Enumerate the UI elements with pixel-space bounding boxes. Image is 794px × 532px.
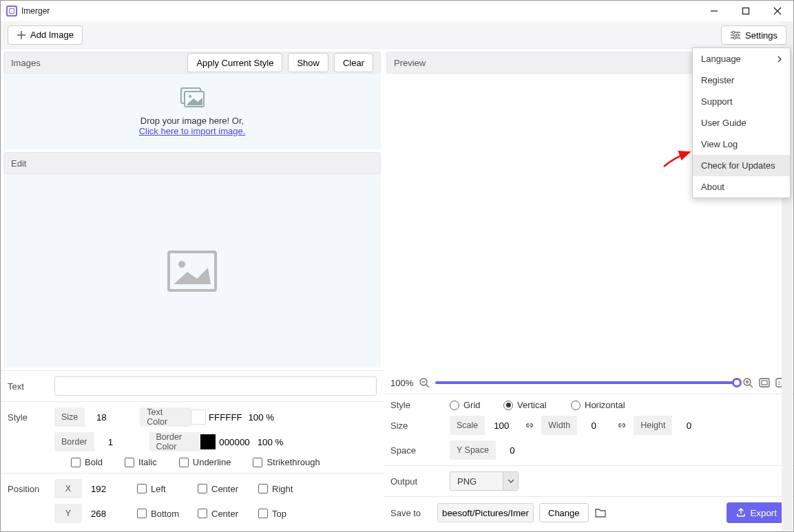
export-button[interactable]: Export <box>727 502 786 523</box>
save-row: Save to Change Export <box>384 496 793 531</box>
settings-menu: Language Register Support User Guide Vie… <box>692 47 791 198</box>
svg-rect-24 <box>760 379 769 387</box>
output-format-select[interactable]: PNG <box>450 471 519 491</box>
grid-radio[interactable]: Grid <box>450 400 498 410</box>
output-format-value: PNG <box>450 476 503 487</box>
border-label: Border <box>54 432 94 451</box>
height-label: Height <box>634 416 672 435</box>
menu-about[interactable]: About <box>693 176 790 198</box>
save-to-label: Save to <box>390 508 432 518</box>
settings-label: Settings <box>745 30 777 41</box>
style-row-2: Border Border Color <box>1 432 384 457</box>
x-input[interactable] <box>82 479 115 498</box>
width-input[interactable] <box>577 416 610 435</box>
style-label: Style <box>8 412 49 423</box>
link-icon-2[interactable] <box>616 419 628 432</box>
text-color-label: Text Color <box>140 407 191 427</box>
border-color-label: Border Color <box>149 432 200 451</box>
images-header: Images Apply Current Style Show Clear <box>3 52 381 74</box>
zoom-slider-handle[interactable] <box>732 378 742 387</box>
window-controls <box>698 1 793 21</box>
text-color-hex[interactable] <box>206 407 244 427</box>
edit-header: Edit <box>3 152 381 174</box>
style-row-3: Bold Italic Underline Strikethrough <box>1 457 384 473</box>
align-center-y-checkbox[interactable]: Center <box>198 509 253 519</box>
app-icon <box>6 6 17 17</box>
zoom-slider[interactable] <box>435 381 737 384</box>
border-color-swatch[interactable] <box>200 434 216 449</box>
align-left-checkbox[interactable]: Left <box>137 484 192 494</box>
svg-point-9 <box>736 34 739 36</box>
dropzone[interactable]: Drop your image here! Or, Click here to … <box>3 74 381 149</box>
toolbar: Add Image <box>1 21 793 49</box>
y-input[interactable] <box>82 504 115 523</box>
align-top-checkbox[interactable]: Top <box>258 509 313 519</box>
menu-check-updates[interactable]: Check for Updates <box>693 155 790 176</box>
underline-checkbox[interactable]: Underline <box>179 457 231 467</box>
align-right-checkbox[interactable]: Right <box>258 484 313 494</box>
settings-button[interactable]: Settings <box>721 25 786 45</box>
left-column: Images Apply Current Style Show Clear Dr… <box>1 49 384 531</box>
svg-line-18 <box>426 385 429 387</box>
zoom-out-icon[interactable] <box>419 377 430 388</box>
preview-size-label: Size <box>390 421 432 431</box>
preview-style-row: Style Grid Vertical Horizontal <box>384 394 793 416</box>
italic-checkbox[interactable]: Italic <box>125 457 157 467</box>
scale-label: Scale <box>450 416 485 435</box>
sliders-icon <box>730 30 741 40</box>
menu-register[interactable]: Register <box>693 70 790 91</box>
position-label: Position <box>8 484 49 494</box>
text-color-opacity[interactable] <box>244 407 278 427</box>
clear-button[interactable]: Clear <box>334 53 373 72</box>
border-color-opacity[interactable] <box>254 432 287 451</box>
images-title: Images <box>11 58 41 68</box>
scale-input[interactable] <box>485 416 518 435</box>
svg-rect-1 <box>743 8 749 14</box>
text-color-swatch[interactable] <box>191 409 206 425</box>
change-button[interactable]: Change <box>539 503 589 522</box>
app-title: Imerger <box>21 6 50 16</box>
strike-checkbox[interactable]: Strikethrough <box>253 457 320 467</box>
align-center-x-checkbox[interactable]: Center <box>198 484 253 494</box>
menu-language[interactable]: Language <box>693 48 790 70</box>
yspace-input[interactable] <box>496 440 529 460</box>
menu-view-log[interactable]: View Log <box>693 134 790 155</box>
add-image-label: Add Image <box>30 30 74 40</box>
edit-area <box>3 174 381 368</box>
y-label: Y <box>54 504 82 523</box>
window: Imerger Add Image Settings <box>0 0 794 532</box>
horizontal-radio[interactable]: Horizontal <box>571 400 625 410</box>
titlebar: Imerger <box>1 1 793 21</box>
bold-checkbox[interactable]: Bold <box>71 457 103 467</box>
vertical-radio[interactable]: Vertical <box>503 400 565 410</box>
save-path-input[interactable] <box>437 503 534 522</box>
image-placeholder-icon <box>167 250 218 292</box>
close-button[interactable] <box>762 1 793 21</box>
position-row-1: Position X Left Center Right <box>1 473 384 504</box>
svg-point-16 <box>178 261 185 268</box>
zoom-value: 100% <box>390 378 413 388</box>
svg-point-7 <box>732 31 735 34</box>
fit-screen-icon[interactable] <box>759 378 770 387</box>
folder-icon[interactable] <box>594 507 607 518</box>
menu-support[interactable]: Support <box>693 91 790 112</box>
text-input[interactable] <box>54 376 377 396</box>
svg-point-11 <box>733 36 736 39</box>
svg-rect-25 <box>762 381 767 385</box>
import-link[interactable]: Click here to import image. <box>139 126 246 136</box>
size-input[interactable] <box>85 407 118 427</box>
chevron-down-icon <box>503 472 518 490</box>
border-color-hex[interactable] <box>216 432 254 451</box>
show-button[interactable]: Show <box>288 53 328 72</box>
link-icon[interactable] <box>523 419 536 432</box>
align-bottom-checkbox[interactable]: Bottom <box>137 509 192 519</box>
zoom-in-icon[interactable] <box>742 377 753 388</box>
position-row-2: Y Bottom Center Top <box>1 504 384 531</box>
add-image-button[interactable]: Add Image <box>8 25 83 45</box>
minimize-button[interactable] <box>698 1 730 21</box>
maximize-button[interactable] <box>730 1 762 21</box>
apply-style-button[interactable]: Apply Current Style <box>187 53 282 72</box>
menu-user-guide[interactable]: User Guide <box>693 112 790 134</box>
height-input[interactable] <box>672 416 705 435</box>
border-input[interactable] <box>94 432 127 451</box>
